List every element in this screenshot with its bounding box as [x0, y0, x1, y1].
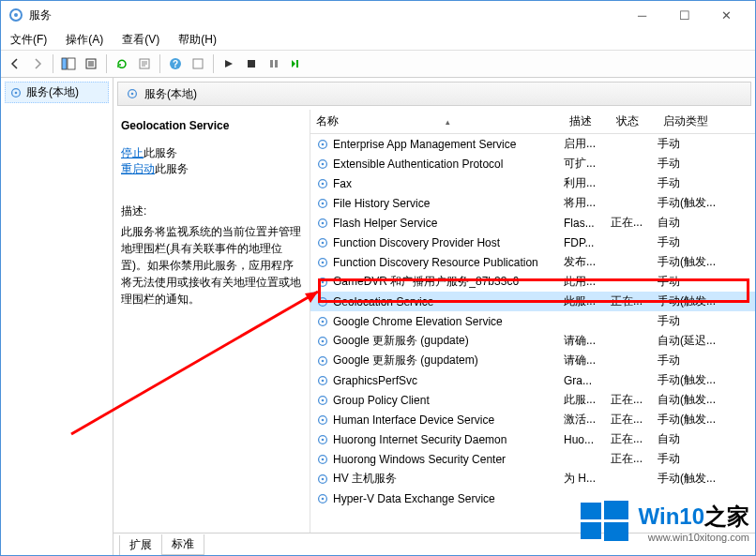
- service-row[interactable]: Function Discovery Resource Publication发…: [310, 252, 755, 272]
- cell-desc: 请确...: [564, 353, 611, 368]
- gear-icon: [316, 295, 329, 308]
- cell-startup: 自动: [658, 215, 733, 231]
- svg-rect-57: [581, 503, 601, 519]
- detail-pane: Geolocation Service 停止此服务 重启动此服务 描述: 此服务…: [113, 110, 310, 533]
- menu-view[interactable]: 查看(V): [118, 30, 163, 50]
- cell-name: Geolocation Service: [316, 295, 564, 308]
- service-rows[interactable]: Enterprise App Management Service启用...手动…: [310, 134, 755, 533]
- cell-startup: 手动: [658, 313, 733, 329]
- titlebar: 服务 ─ ☐ ✕: [1, 1, 755, 29]
- cell-desc: Gra...: [564, 374, 611, 387]
- export-button[interactable]: [81, 53, 101, 74]
- service-row[interactable]: Google 更新服务 (gupdatem)请确...手动: [310, 351, 755, 370]
- gear-icon: [316, 217, 329, 230]
- cell-name: Group Policy Client: [316, 394, 564, 407]
- service-row[interactable]: Google 更新服务 (gupdate)请确...自动(延迟...: [310, 331, 755, 351]
- svg-rect-8: [193, 59, 203, 68]
- service-row[interactable]: File History Service将用...手动(触发...: [310, 193, 755, 213]
- svg-point-20: [322, 162, 325, 165]
- maximize-button[interactable]: ☐: [663, 1, 705, 29]
- cell-name: Fax: [316, 177, 564, 190]
- cell-name: Extensible Authentication Protocol: [316, 158, 564, 171]
- cell-startup: 手动(触发...: [658, 254, 733, 270]
- svg-rect-11: [275, 60, 278, 68]
- gear-icon: [316, 433, 329, 446]
- description-text: 此服务将监视系统的当前位置并管理地理围栏(具有关联事件的地理位置)。如果你禁用此…: [121, 223, 302, 308]
- service-row[interactable]: Fax利用...手动: [310, 173, 755, 193]
- windows-logo-icon: [577, 495, 631, 549]
- menu-file[interactable]: 文件(F): [7, 30, 51, 50]
- cell-name: Google 更新服务 (gupdate): [316, 333, 564, 349]
- service-row[interactable]: Huorong Windows Security Center正在...手动: [310, 449, 755, 469]
- column-name[interactable]: 名称▴: [310, 110, 564, 133]
- tree-root-item[interactable]: 服务(本地): [5, 82, 109, 103]
- gear-icon: [126, 87, 139, 100]
- gear-icon: [316, 394, 329, 407]
- cell-startup: 手动: [658, 175, 733, 191]
- service-row[interactable]: Geolocation Service此服...正在...手动(触发...: [310, 292, 755, 311]
- service-row[interactable]: Enterprise App Management Service启用...手动: [310, 134, 755, 154]
- svg-point-44: [322, 398, 325, 401]
- svg-point-28: [322, 241, 325, 244]
- service-row[interactable]: Human Interface Device Service激活...正在...…: [310, 410, 755, 429]
- menu-help[interactable]: 帮助(H): [174, 30, 220, 50]
- service-row[interactable]: GraphicsPerfSvcGra...手动(触发...: [310, 370, 755, 390]
- minimize-button[interactable]: ─: [621, 1, 663, 29]
- svg-rect-3: [68, 58, 75, 69]
- watermark-title: Win10之家: [639, 502, 749, 532]
- cell-name: File History Service: [316, 197, 564, 210]
- cell-name: Flash Helper Service: [316, 217, 564, 230]
- forward-button[interactable]: [27, 53, 48, 74]
- help-button[interactable]: ?: [165, 53, 186, 74]
- show-hide-button[interactable]: [58, 53, 79, 74]
- cell-startup: 手动: [658, 136, 733, 152]
- action-button[interactable]: [188, 53, 208, 74]
- svg-rect-59: [581, 522, 601, 539]
- tab-extended[interactable]: 扩展: [119, 535, 162, 556]
- service-row[interactable]: GameDVR 和广播用户服务_87b33c6此用...手动: [310, 272, 755, 292]
- column-startup[interactable]: 启动类型: [658, 110, 733, 133]
- svg-point-24: [322, 202, 325, 204]
- properties-button[interactable]: [134, 53, 155, 74]
- service-row[interactable]: Flash Helper ServiceFlas...正在...自动: [310, 213, 755, 233]
- service-row[interactable]: HV 主机服务为 H...手动(触发...: [310, 469, 755, 488]
- column-status[interactable]: 状态: [611, 110, 658, 133]
- restart-service-line: 重启动此服务: [121, 161, 302, 177]
- cell-startup: 手动: [658, 274, 733, 290]
- cell-status: 正在...: [611, 293, 658, 309]
- restart-button[interactable]: [286, 53, 307, 74]
- stop-button[interactable]: [241, 53, 262, 74]
- pause-button[interactable]: [264, 53, 284, 74]
- service-row[interactable]: Extensible Authentication Protocol可扩...手…: [310, 154, 755, 173]
- play-button[interactable]: [219, 53, 239, 74]
- list-header: 名称▴ 描述 状态 启动类型: [310, 110, 755, 134]
- restart-link[interactable]: 重启动: [121, 162, 155, 175]
- tab-standard[interactable]: 标准: [161, 534, 204, 555]
- svg-point-48: [322, 438, 325, 441]
- cell-startup: 手动: [658, 353, 733, 368]
- menu-action[interactable]: 操作(A): [62, 30, 107, 50]
- right-header-title: 服务(本地): [144, 86, 197, 102]
- service-row[interactable]: Huorong Internet Security DaemonHuo...正在…: [310, 429, 755, 449]
- svg-point-22: [322, 182, 325, 185]
- cell-desc: 此服...: [564, 392, 611, 408]
- cell-name: Hyper-V Data Exchange Service: [316, 492, 564, 505]
- gear-icon: [316, 492, 329, 505]
- service-row[interactable]: Group Policy Client此服...正在...自动(触发...: [310, 390, 755, 410]
- svg-point-30: [322, 261, 325, 263]
- stop-link[interactable]: 停止: [121, 146, 144, 159]
- services-icon: [8, 8, 23, 23]
- back-button[interactable]: [5, 53, 25, 74]
- cell-name: HV 主机服务: [316, 471, 564, 487]
- column-desc[interactable]: 描述: [564, 110, 611, 133]
- svg-point-46: [322, 418, 325, 421]
- tree-root-label: 服务(本地): [26, 84, 79, 100]
- service-row[interactable]: Function Discovery Provider HostFDP...手动: [310, 233, 755, 252]
- cell-desc: 请确...: [564, 333, 611, 349]
- cell-desc: 启用...: [564, 136, 611, 152]
- service-row[interactable]: Google Chrome Elevation Service手动: [310, 311, 755, 331]
- cell-startup: 手动(触发...: [658, 372, 733, 388]
- close-button[interactable]: ✕: [705, 1, 748, 29]
- svg-point-54: [322, 497, 325, 500]
- refresh-button[interactable]: [112, 53, 132, 74]
